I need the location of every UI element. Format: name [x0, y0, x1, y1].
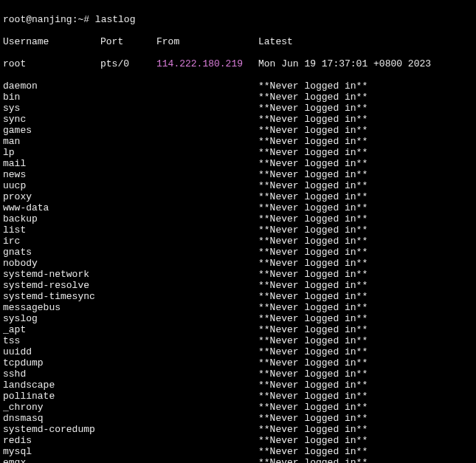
- command-text: lastlog: [95, 14, 136, 25]
- table-row: www-data**Never logged in**: [3, 202, 473, 213]
- username-cell: games: [3, 125, 258, 136]
- username-cell: emqx: [3, 457, 258, 463]
- table-row: systemd-resolve**Never logged in**: [3, 280, 473, 291]
- table-row: games**Never logged in**: [3, 125, 473, 136]
- latest-cell: **Never logged in**: [258, 169, 368, 180]
- latest-cell: **Never logged in**: [258, 92, 368, 103]
- username-cell: sys: [3, 103, 258, 114]
- latest-cell: **Never logged in**: [258, 313, 368, 324]
- header-row: UsernamePortFromLatest: [3, 36, 473, 47]
- table-row: tss**Never logged in**: [3, 335, 473, 346]
- latest-cell: **Never logged in**: [258, 147, 368, 158]
- table-row: syslog**Never logged in**: [3, 313, 473, 324]
- username-cell: uucp: [3, 180, 258, 191]
- username-cell: list: [3, 224, 258, 236]
- username-cell: news: [3, 169, 258, 180]
- table-row: news**Never logged in**: [3, 169, 473, 180]
- table-row: uuidd**Never logged in**: [3, 346, 473, 357]
- table-row: emqx**Never logged in**: [3, 457, 473, 463]
- table-row: gnats**Never logged in**: [3, 247, 473, 258]
- username-cell: pollinate: [3, 391, 258, 402]
- username-cell: dnsmasq: [3, 413, 258, 424]
- root-latest: Mon Jun 19 17:37:01 +0800 2023: [258, 58, 431, 69]
- latest-cell: **Never logged in**: [258, 114, 368, 125]
- table-row: mysql**Never logged in**: [3, 446, 473, 457]
- username-cell: backup: [3, 213, 258, 224]
- latest-cell: **Never logged in**: [258, 335, 368, 346]
- terminal-output[interactable]: root@nanjing:~# lastlog UsernamePortFrom…: [3, 3, 473, 463]
- root-row: rootpts/0114.222.180.219Mon Jun 19 17:37…: [3, 58, 473, 69]
- username-cell: tss: [3, 335, 258, 346]
- username-cell: syslog: [3, 313, 258, 324]
- table-row: messagebus**Never logged in**: [3, 302, 473, 313]
- latest-cell: **Never logged in**: [258, 247, 368, 258]
- username-cell: systemd-timesync: [3, 291, 258, 302]
- username-cell: proxy: [3, 191, 258, 202]
- table-row: irc**Never logged in**: [3, 236, 473, 247]
- latest-cell: **Never logged in**: [258, 202, 368, 213]
- table-row: lp**Never logged in**: [3, 147, 473, 158]
- username-cell: systemd-network: [3, 269, 258, 280]
- header-from: From: [156, 36, 258, 47]
- latest-cell: **Never logged in**: [258, 368, 368, 380]
- header-port: Port: [100, 36, 156, 47]
- table-row: mail**Never logged in**: [3, 158, 473, 169]
- username-cell: nobody: [3, 258, 258, 269]
- latest-cell: **Never logged in**: [258, 258, 368, 269]
- prompt-user: root: [3, 14, 26, 25]
- username-cell: systemd-resolve: [3, 280, 258, 291]
- prompt-path: :~#: [72, 14, 89, 25]
- latest-cell: **Never logged in**: [258, 324, 368, 335]
- table-row: pollinate**Never logged in**: [3, 391, 473, 402]
- table-row: sys**Never logged in**: [3, 103, 473, 114]
- username-cell: lp: [3, 147, 258, 158]
- header-latest: Latest: [258, 36, 293, 47]
- user-rows-container: daemon**Never logged in**bin**Never logg…: [3, 80, 473, 463]
- username-cell: _apt: [3, 324, 258, 335]
- username-cell: mysql: [3, 446, 258, 457]
- username-cell: sync: [3, 114, 258, 125]
- table-row: man**Never logged in**: [3, 136, 473, 147]
- header-username: Username: [3, 36, 100, 47]
- table-row: sync**Never logged in**: [3, 114, 473, 125]
- latest-cell: **Never logged in**: [258, 346, 368, 357]
- table-row: systemd-network**Never logged in**: [3, 269, 473, 280]
- latest-cell: **Never logged in**: [258, 191, 368, 202]
- latest-cell: **Never logged in**: [258, 380, 368, 391]
- latest-cell: **Never logged in**: [258, 224, 368, 236]
- command-line: root@nanjing:~# lastlog: [3, 14, 473, 25]
- prompt-host: nanjing: [32, 14, 72, 25]
- username-cell: gnats: [3, 247, 258, 258]
- latest-cell: **Never logged in**: [258, 402, 368, 413]
- table-row: tcpdump**Never logged in**: [3, 357, 473, 368]
- root-port: pts/0: [100, 58, 156, 69]
- username-cell: uuidd: [3, 346, 258, 357]
- latest-cell: **Never logged in**: [258, 424, 368, 435]
- username-cell: mail: [3, 158, 258, 169]
- username-cell: _chrony: [3, 402, 258, 413]
- table-row: sshd**Never logged in**: [3, 368, 473, 380]
- latest-cell: **Never logged in**: [258, 446, 368, 457]
- latest-cell: **Never logged in**: [258, 291, 368, 302]
- username-cell: systemd-coredump: [3, 424, 258, 435]
- table-row: systemd-coredump**Never logged in**: [3, 424, 473, 435]
- table-row: nobody**Never logged in**: [3, 258, 473, 269]
- root-from: 114.222.180.219: [156, 58, 258, 69]
- table-row: daemon**Never logged in**: [3, 80, 473, 92]
- username-cell: man: [3, 136, 258, 147]
- latest-cell: **Never logged in**: [258, 136, 368, 147]
- root-username: root: [3, 58, 100, 69]
- latest-cell: **Never logged in**: [258, 103, 368, 114]
- username-cell: irc: [3, 236, 258, 247]
- latest-cell: **Never logged in**: [258, 158, 368, 169]
- latest-cell: **Never logged in**: [258, 413, 368, 424]
- latest-cell: **Never logged in**: [258, 80, 368, 92]
- latest-cell: **Never logged in**: [258, 180, 368, 191]
- table-row: dnsmasq**Never logged in**: [3, 413, 473, 424]
- latest-cell: **Never logged in**: [258, 280, 368, 291]
- latest-cell: **Never logged in**: [258, 302, 368, 313]
- username-cell: daemon: [3, 80, 258, 92]
- latest-cell: **Never logged in**: [258, 457, 368, 463]
- table-row: _chrony**Never logged in**: [3, 402, 473, 413]
- username-cell: messagebus: [3, 302, 258, 313]
